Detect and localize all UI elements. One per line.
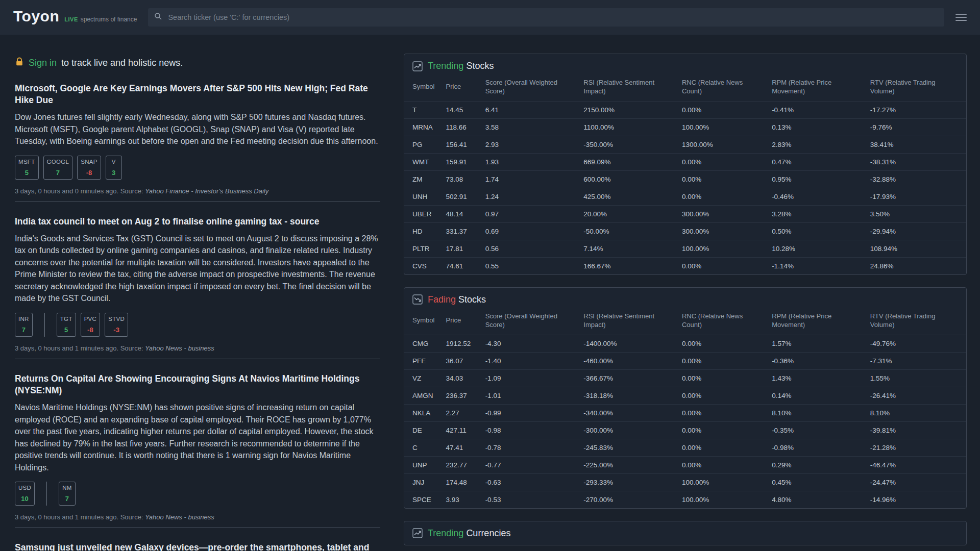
menu-button[interactable] <box>955 12 967 23</box>
table-row[interactable]: DE427.11-0.98-300.00%0.00%-0.35%-39.81% <box>404 421 966 439</box>
cell-price: 74.61 <box>441 257 480 274</box>
chip-symbol: PVC <box>84 316 97 322</box>
cell-value: 3.58 <box>480 118 579 136</box>
cell-value: -4.30 <box>480 335 579 352</box>
table-row[interactable]: NKLA2.27-0.99-340.00%0.00%8.10%8.10% <box>404 404 966 421</box>
stocks-table: SymbolPriceScore (Overall Weighted Score… <box>404 311 966 508</box>
ticker-chip[interactable]: V 3 <box>106 156 122 180</box>
ticker-chip[interactable]: INR 7 <box>15 313 33 337</box>
table-row[interactable]: UBER48.140.9720.00%300.00%3.28%3.50% <box>404 205 966 222</box>
cell-value: 3.50% <box>865 205 966 222</box>
signin-row: Sign in to track live and holistic news. <box>15 57 380 69</box>
cell-symbol: SPCE <box>404 491 441 508</box>
cell-symbol: T <box>404 101 441 118</box>
cell-symbol: CMG <box>404 335 441 352</box>
cell-price: 156.41 <box>441 136 480 153</box>
ticker-chip[interactable]: USD 10 <box>15 482 35 506</box>
table-row[interactable]: CMG1912.52-4.30-1400.00%0.00%1.57%-49.76… <box>404 335 966 352</box>
panel-header: TrendingCurrencies <box>404 521 966 545</box>
cell-value: -49.76% <box>865 335 966 352</box>
ticker-chip[interactable]: SNAP -8 <box>77 156 101 180</box>
table-row[interactable]: VZ34.03-1.09-366.67%0.00%1.43%1.55% <box>404 369 966 387</box>
table-row[interactable]: PG156.412.93-350.00%1300.00%2.83%38.41% <box>404 136 966 153</box>
panel-title: FadingStocks <box>428 294 486 305</box>
column-header: Symbol <box>404 78 441 101</box>
ticker-chip[interactable]: PVC -8 <box>81 313 101 337</box>
cell-value: 300.00% <box>677 222 767 240</box>
meta-text: 3 days, 0 hours and 0 minutes ago. Sourc… <box>15 187 145 195</box>
ticker-chip[interactable]: GOOGL 7 <box>43 156 73 180</box>
article-headline[interactable]: Microsoft, Google Are Key Earnings Mover… <box>15 83 380 106</box>
chip-symbol: NM <box>62 485 72 491</box>
table-row[interactable]: T14.456.412150.00%0.00%-0.41%-17.27% <box>404 101 966 118</box>
signin-link[interactable]: Sign in <box>29 58 57 68</box>
cell-price: 159.91 <box>441 153 480 170</box>
cell-value: 8.10% <box>767 404 865 421</box>
article-headline[interactable]: India tax council to meet on Aug 2 to fi… <box>15 216 380 228</box>
cell-value: -0.41% <box>767 101 865 118</box>
table-row[interactable]: WMT159.911.93669.09%0.00%0.47%-38.31% <box>404 153 966 170</box>
chip-row: INR 7 TGT 5 PVC -8 STVD -3 <box>15 313 380 337</box>
cell-price: 502.91 <box>441 188 480 205</box>
cell-symbol: PFE <box>404 352 441 369</box>
table-row[interactable]: PFE36.07-1.40-460.00%0.00%-0.36%-7.31% <box>404 352 966 369</box>
table-row[interactable]: ZM73.081.74600.00%0.00%0.95%-32.88% <box>404 170 966 188</box>
cell-value: 0.95% <box>767 170 865 188</box>
cell-value: -1.01 <box>480 387 579 404</box>
cell-value: 0.00% <box>677 456 767 473</box>
article-headline[interactable]: Samsung just unveiled new Galaxy devices… <box>15 542 380 551</box>
cell-value: -0.36% <box>767 352 865 369</box>
cell-value: 1.93 <box>480 153 579 170</box>
cell-value: 2.93 <box>480 136 579 153</box>
table-row[interactable]: CVS74.610.55166.67%0.00%-1.14%24.86% <box>404 257 966 274</box>
cell-value: 600.00% <box>578 170 677 188</box>
cell-value: 1.43% <box>767 369 865 387</box>
cell-value: -29.94% <box>865 222 966 240</box>
cell-symbol: C <box>404 439 441 456</box>
ticker-chip[interactable]: STVD -3 <box>105 313 128 337</box>
column-header: RSI (Relative Sentiment Impact) <box>578 78 677 101</box>
table-row[interactable]: UNP232.77-0.77-225.00%0.00%0.29%-46.47% <box>404 456 966 473</box>
cell-value: -1.40 <box>480 352 579 369</box>
chip-symbol: SNAP <box>81 159 97 165</box>
cell-value: -0.78 <box>480 439 579 456</box>
cell-value: -366.67% <box>578 369 677 387</box>
cell-value: -17.93% <box>865 188 966 205</box>
ticker-chip[interactable]: TGT 5 <box>57 313 76 337</box>
table-row[interactable]: MRNA118.663.581100.00%100.00%0.13%-9.76% <box>404 118 966 136</box>
cell-value: 6.41 <box>480 101 579 118</box>
ticker-chip[interactable]: MSFT 5 <box>15 156 39 180</box>
table-row[interactable]: AMGN236.37-1.01-318.18%0.00%0.14%-26.41% <box>404 387 966 404</box>
articles: Microsoft, Google Are Key Earnings Mover… <box>15 83 380 551</box>
cell-value: 0.00% <box>677 170 767 188</box>
search-box[interactable] <box>148 8 944 27</box>
panel-title-rest: Stocks <box>466 61 494 71</box>
table-row[interactable]: UNH502.911.24425.00%0.00%-0.46%-17.93% <box>404 188 966 205</box>
chip-value: 5 <box>64 326 68 334</box>
panel-header: FadingStocks <box>404 288 966 311</box>
cell-value: -0.77 <box>480 456 579 473</box>
signin-text: to track live and holistic news. <box>61 58 183 68</box>
table-header-row: SymbolPriceScore (Overall Weighted Score… <box>404 311 966 335</box>
table-row[interactable]: SPCE3.93-0.53-270.00%100.00%4.80%-14.96% <box>404 491 966 508</box>
panel-trending-stocks: TrendingStocks SymbolPriceScore (Overall… <box>404 54 967 275</box>
table-row[interactable]: HD331.370.69-50.00%300.00%0.50%-29.94% <box>404 222 966 240</box>
article-divider <box>15 202 380 202</box>
ticker-chip[interactable]: NM 7 <box>59 482 76 506</box>
table-row[interactable]: C47.41-0.78-245.83%0.00%-0.98%-21.28% <box>404 439 966 456</box>
cell-value: -7.31% <box>865 352 966 369</box>
chip-value: -3 <box>113 326 119 334</box>
cell-symbol: HD <box>404 222 441 240</box>
news-article: India tax council to meet on Aug 2 to fi… <box>15 216 380 359</box>
chip-value: 3 <box>112 169 115 177</box>
news-article: Samsung just unveiled new Galaxy devices… <box>15 542 380 551</box>
cell-value: -32.88% <box>865 170 966 188</box>
article-body: India's Goods and Services Tax (GST) Cou… <box>15 233 380 305</box>
article-headline[interactable]: Returns On Capital Are Showing Encouragi… <box>15 373 380 396</box>
cell-value: 1300.00% <box>677 136 767 153</box>
column-header: Price <box>441 78 480 101</box>
table-row[interactable]: JNJ174.48-0.63-293.33%100.00%0.45%-24.47… <box>404 473 966 491</box>
cell-value: 0.00% <box>677 421 767 439</box>
table-row[interactable]: PLTR17.810.567.14%100.00%10.28%108.94% <box>404 240 966 257</box>
search-input[interactable] <box>167 13 938 22</box>
